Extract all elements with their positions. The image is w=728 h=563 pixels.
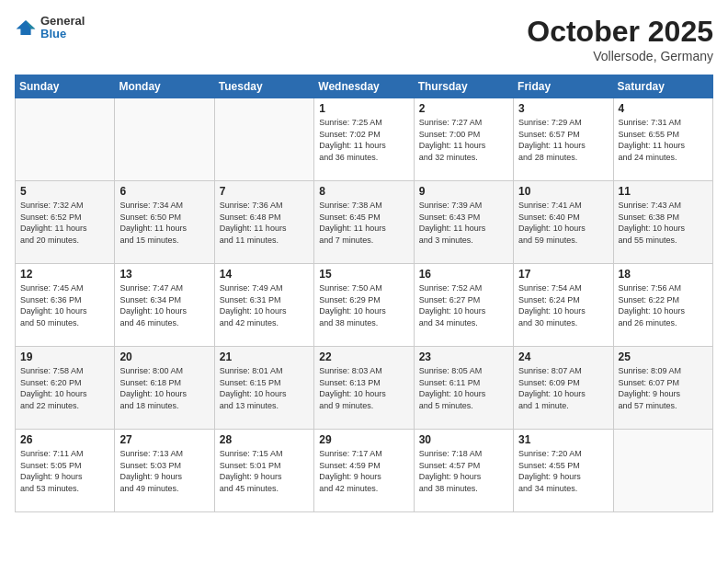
day-info: Sunrise: 7:52 AM Sunset: 6:27 PM Dayligh… [419, 282, 508, 328]
day-number: 6 [119, 185, 209, 198]
calendar-cell: 29Sunrise: 7:17 AM Sunset: 4:59 PM Dayli… [314, 430, 414, 512]
day-number: 28 [220, 433, 309, 446]
calendar-cell: 19Sunrise: 7:58 AM Sunset: 6:20 PM Dayli… [16, 347, 115, 430]
day-info: Sunrise: 8:09 AM Sunset: 6:07 PM Dayligh… [619, 365, 708, 411]
day-info: Sunrise: 7:47 AM Sunset: 6:34 PM Dayligh… [119, 282, 209, 328]
day-info: Sunrise: 7:29 AM Sunset: 6:57 PM Dayligh… [518, 117, 608, 163]
day-number: 11 [619, 185, 708, 198]
calendar-cell: 21Sunrise: 8:01 AM Sunset: 6:15 PM Dayli… [214, 347, 313, 430]
day-number: 20 [119, 350, 209, 363]
day-number: 10 [518, 185, 608, 198]
month-title: October 2025 [527, 15, 713, 49]
weekday-header: Sunday [16, 75, 115, 98]
day-number: 22 [319, 350, 408, 363]
day-number: 16 [419, 268, 508, 281]
weekday-header: Tuesday [214, 75, 313, 98]
calendar-cell: 22Sunrise: 8:03 AM Sunset: 6:13 PM Dayli… [314, 347, 414, 430]
day-number: 8 [319, 185, 408, 198]
weekday-header: Thursday [414, 75, 513, 98]
calendar-cell: 31Sunrise: 7:20 AM Sunset: 4:55 PM Dayli… [514, 430, 613, 512]
day-number: 26 [20, 433, 109, 446]
calendar-cell: 7Sunrise: 7:36 AM Sunset: 6:48 PM Daylig… [214, 181, 313, 264]
day-info: Sunrise: 7:18 AM Sunset: 4:57 PM Dayligh… [419, 448, 508, 494]
day-info: Sunrise: 7:39 AM Sunset: 6:43 PM Dayligh… [419, 200, 508, 246]
calendar-cell: 6Sunrise: 7:34 AM Sunset: 6:50 PM Daylig… [115, 181, 214, 264]
calendar-cell: 24Sunrise: 8:07 AM Sunset: 6:09 PM Dayli… [514, 347, 613, 430]
day-info: Sunrise: 7:27 AM Sunset: 7:00 PM Dayligh… [419, 117, 508, 163]
weekday-header: Saturday [613, 75, 712, 98]
day-info: Sunrise: 7:58 AM Sunset: 6:20 PM Dayligh… [20, 365, 109, 411]
calendar-cell: 5Sunrise: 7:32 AM Sunset: 6:52 PM Daylig… [16, 181, 115, 264]
calendar-cell: 20Sunrise: 8:00 AM Sunset: 6:18 PM Dayli… [115, 347, 214, 430]
calendar-cell: 8Sunrise: 7:38 AM Sunset: 6:45 PM Daylig… [314, 181, 414, 264]
weekday-header: Wednesday [314, 75, 414, 98]
day-number: 24 [518, 350, 608, 363]
day-info: Sunrise: 7:17 AM Sunset: 4:59 PM Dayligh… [319, 448, 408, 494]
day-number: 29 [319, 433, 408, 446]
logo-general: General [40, 15, 85, 28]
day-info: Sunrise: 8:01 AM Sunset: 6:15 PM Dayligh… [220, 365, 309, 411]
calendar-cell: 27Sunrise: 7:13 AM Sunset: 5:03 PM Dayli… [115, 430, 214, 512]
calendar-cell: 13Sunrise: 7:47 AM Sunset: 6:34 PM Dayli… [115, 264, 214, 347]
day-number: 13 [119, 268, 209, 281]
day-number: 21 [220, 350, 309, 363]
weekday-header: Monday [115, 75, 214, 98]
day-number: 7 [220, 185, 309, 198]
calendar-cell [214, 98, 313, 181]
day-number: 17 [518, 268, 608, 281]
calendar-table: SundayMondayTuesdayWednesdayThursdayFrid… [15, 75, 713, 512]
calendar-week-row: 5Sunrise: 7:32 AM Sunset: 6:52 PM Daylig… [16, 181, 713, 264]
logo-icon [15, 18, 37, 37]
day-number: 15 [319, 268, 408, 281]
calendar-cell: 16Sunrise: 7:52 AM Sunset: 6:27 PM Dayli… [414, 264, 513, 347]
calendar-cell: 15Sunrise: 7:50 AM Sunset: 6:29 PM Dayli… [314, 264, 414, 347]
day-info: Sunrise: 7:36 AM Sunset: 6:48 PM Dayligh… [220, 200, 309, 246]
calendar-cell: 28Sunrise: 7:15 AM Sunset: 5:01 PM Dayli… [214, 430, 313, 512]
calendar-cell: 18Sunrise: 7:56 AM Sunset: 6:22 PM Dayli… [613, 264, 712, 347]
day-info: Sunrise: 7:54 AM Sunset: 6:24 PM Dayligh… [518, 282, 608, 328]
day-number: 1 [319, 102, 408, 115]
day-info: Sunrise: 7:43 AM Sunset: 6:38 PM Dayligh… [619, 200, 708, 246]
day-number: 30 [419, 433, 508, 446]
calendar-cell: 1Sunrise: 7:25 AM Sunset: 7:02 PM Daylig… [314, 98, 414, 181]
calendar-week-row: 26Sunrise: 7:11 AM Sunset: 5:05 PM Dayli… [16, 430, 713, 512]
day-info: Sunrise: 8:03 AM Sunset: 6:13 PM Dayligh… [319, 365, 408, 411]
calendar-cell: 14Sunrise: 7:49 AM Sunset: 6:31 PM Dayli… [214, 264, 313, 347]
day-info: Sunrise: 7:50 AM Sunset: 6:29 PM Dayligh… [319, 282, 408, 328]
day-number: 14 [220, 268, 309, 281]
calendar-cell: 3Sunrise: 7:29 AM Sunset: 6:57 PM Daylig… [514, 98, 613, 181]
day-number: 3 [518, 102, 608, 115]
calendar-cell: 10Sunrise: 7:41 AM Sunset: 6:40 PM Dayli… [514, 181, 613, 264]
logo: General Blue [15, 15, 85, 41]
calendar-cell: 26Sunrise: 7:11 AM Sunset: 5:05 PM Dayli… [16, 430, 115, 512]
calendar-cell [613, 430, 712, 512]
calendar-cell: 4Sunrise: 7:31 AM Sunset: 6:55 PM Daylig… [613, 98, 712, 181]
day-number: 2 [419, 102, 508, 115]
calendar-cell: 23Sunrise: 8:05 AM Sunset: 6:11 PM Dayli… [414, 347, 513, 430]
day-info: Sunrise: 8:00 AM Sunset: 6:18 PM Dayligh… [119, 365, 209, 411]
calendar-cell: 30Sunrise: 7:18 AM Sunset: 4:57 PM Dayli… [414, 430, 513, 512]
page-header: General Blue October 2025 Vollersode, Ge… [15, 15, 713, 63]
day-number: 27 [119, 433, 209, 446]
day-number: 18 [619, 268, 708, 281]
calendar-cell: 17Sunrise: 7:54 AM Sunset: 6:24 PM Dayli… [514, 264, 613, 347]
day-info: Sunrise: 7:45 AM Sunset: 6:36 PM Dayligh… [20, 282, 109, 328]
day-info: Sunrise: 7:13 AM Sunset: 5:03 PM Dayligh… [119, 448, 209, 494]
calendar-cell [16, 98, 115, 181]
day-info: Sunrise: 7:56 AM Sunset: 6:22 PM Dayligh… [619, 282, 708, 328]
day-number: 4 [619, 102, 708, 115]
day-info: Sunrise: 7:49 AM Sunset: 6:31 PM Dayligh… [220, 282, 309, 328]
day-info: Sunrise: 7:11 AM Sunset: 5:05 PM Dayligh… [20, 448, 109, 494]
calendar-week-row: 1Sunrise: 7:25 AM Sunset: 7:02 PM Daylig… [16, 98, 713, 181]
calendar-cell: 9Sunrise: 7:39 AM Sunset: 6:43 PM Daylig… [414, 181, 513, 264]
calendar-cell: 11Sunrise: 7:43 AM Sunset: 6:38 PM Dayli… [613, 181, 712, 264]
day-info: Sunrise: 7:41 AM Sunset: 6:40 PM Dayligh… [518, 200, 608, 246]
calendar-week-row: 19Sunrise: 7:58 AM Sunset: 6:20 PM Dayli… [16, 347, 713, 430]
calendar-cell [115, 98, 214, 181]
day-info: Sunrise: 7:25 AM Sunset: 7:02 PM Dayligh… [319, 117, 408, 163]
calendar-cell: 25Sunrise: 8:09 AM Sunset: 6:07 PM Dayli… [613, 347, 712, 430]
day-number: 12 [20, 268, 109, 281]
day-info: Sunrise: 7:15 AM Sunset: 5:01 PM Dayligh… [220, 448, 309, 494]
weekday-header: Friday [514, 75, 613, 98]
day-info: Sunrise: 8:05 AM Sunset: 6:11 PM Dayligh… [419, 365, 508, 411]
